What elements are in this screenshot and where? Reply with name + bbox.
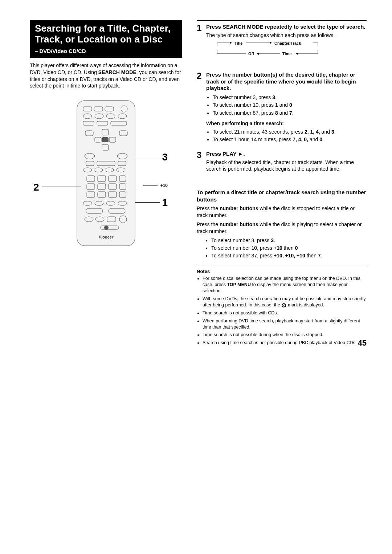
list-item: With some DVDs, the search operation may… xyxy=(203,296,367,308)
rule-top xyxy=(197,20,367,21)
step2-bullets: To select number 3, press 3. To select n… xyxy=(206,94,367,116)
direct-p1: Press the number buttons while the disc … xyxy=(197,205,367,219)
svg-point-51 xyxy=(104,225,109,230)
left-column: Searching for a Title, Chapter, Track, o… xyxy=(30,20,182,348)
notes-rule xyxy=(197,267,367,267)
step-number: 1 xyxy=(197,24,206,65)
remote-callout-2: 2 xyxy=(33,182,39,193)
page-root: Searching for a Title, Chapter, Track, o… xyxy=(0,0,392,362)
remote-illustration: 2 3 +10 1 xyxy=(30,99,182,251)
right-column: 1 Press SEARCH MODE repeatedly to select… xyxy=(197,20,367,348)
callout-line-plus10 xyxy=(143,186,158,186)
callout-line-1 xyxy=(135,202,160,203)
title-block: Searching for a Title, Chapter, Track, o… xyxy=(30,20,182,58)
step-3: 3 Press PLAY ►. Playback of the selected… xyxy=(197,151,367,172)
list-item: To select 1 hour, 14 minutes, press 7, 4… xyxy=(213,136,367,143)
notes-heading: Notes xyxy=(197,269,367,274)
direct-p2: Press the number buttons while the disc … xyxy=(197,221,367,235)
notes-block: Notes For some discs, selection can be m… xyxy=(197,267,367,346)
list-item: To select number 10, press +10 then 0 xyxy=(211,245,367,251)
step-2: 2 Press the number button(s) of the desi… xyxy=(197,72,367,144)
list-item: When performing DVD time search, playbac… xyxy=(203,318,367,330)
svg-text:Off: Off xyxy=(248,52,254,56)
list-item: Time search is not possible with CDs. xyxy=(203,310,367,316)
svg-rect-0 xyxy=(77,101,135,246)
direct-bullets: To select number 3, press 3. To select n… xyxy=(197,237,367,259)
intro-paragraph: This player offers different ways of acc… xyxy=(30,62,182,90)
svg-text:Chapter/Track: Chapter/Track xyxy=(274,41,301,45)
svg-text:Title: Title xyxy=(234,41,242,45)
list-item: Search using time search is not possible… xyxy=(203,340,367,346)
svg-rect-15 xyxy=(102,137,109,142)
svg-text:Time: Time xyxy=(282,52,291,56)
plus-10-label: +10 xyxy=(160,183,168,188)
list-item: For some discs, selection can be made us… xyxy=(203,276,367,294)
list-item: To select number 87, press 8 and 7. xyxy=(213,110,367,116)
callout-line-3 xyxy=(135,157,160,157)
step-number: 3 xyxy=(197,151,206,172)
step-title: Press the number button(s) of the desire… xyxy=(206,72,367,92)
svg-rect-60 xyxy=(285,305,286,307)
direct-search-heading: To perform a direct title or chapter/tra… xyxy=(197,189,367,203)
page-subtitle: – DVD/Video CD/CD xyxy=(35,48,177,54)
step-1: 1 Press SEARCH MODE repeatedly to select… xyxy=(197,24,367,65)
list-item: To select number 3, press 3. xyxy=(213,94,367,101)
step-desc: The type of search changes which each pr… xyxy=(206,32,367,38)
search-cycle-diagram: Title Chapter/Track Time Off xyxy=(213,41,367,62)
notes-list: For some discs, selection can be made us… xyxy=(197,276,367,346)
time-search-subhead: When performing a time search: xyxy=(206,121,367,126)
step-title: Press SEARCH MODE repeatedly to select t… xyxy=(206,24,367,30)
page-title: Searching for a Title, Chapter, Track, o… xyxy=(35,23,177,45)
step-title: Press PLAY ►. xyxy=(206,151,367,158)
intro-bold: SEARCH MODE xyxy=(98,69,136,75)
page-number: 45 xyxy=(358,338,367,348)
remote-callout-1: 1 xyxy=(162,197,168,208)
columns: Searching for a Title, Chapter, Track, o… xyxy=(30,20,367,348)
remote-control-icon: Pioneer xyxy=(75,99,137,251)
play-icon: ► xyxy=(238,151,244,157)
step-body: Press the number button(s) of the desire… xyxy=(206,72,367,144)
step-number: 2 xyxy=(197,72,206,144)
list-item: Time search is not possible during when … xyxy=(203,332,367,338)
remote-brand-text: Pioneer xyxy=(99,235,114,239)
list-item: To select number 3, press 3. xyxy=(211,237,367,244)
step2-bullets-time: To select 21 minutes, 43 seconds, press … xyxy=(206,129,367,143)
step-desc: Playback of the selected title, chapter … xyxy=(206,159,367,172)
list-item: To select number 37, press +10, +10, +10… xyxy=(211,252,367,259)
step-body: Press SEARCH MODE repeatedly to select t… xyxy=(206,24,367,65)
list-item: To select 21 minutes, 43 seconds, press … xyxy=(213,129,367,135)
step-body: Press PLAY ►. Playback of the selected t… xyxy=(206,151,367,172)
callout-line-2 xyxy=(42,187,81,187)
remote-callout-3: 3 xyxy=(162,151,168,163)
prohibit-icon xyxy=(281,303,286,308)
list-item: To select number 10, press 1 and 0 xyxy=(213,102,367,108)
